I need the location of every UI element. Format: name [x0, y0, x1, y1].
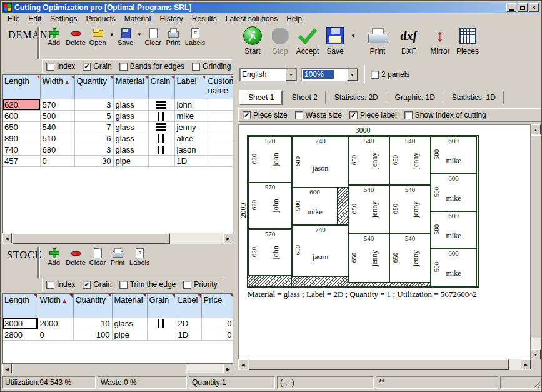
- checkbox-grinding[interactable]: Grinding: [192, 62, 231, 71]
- tab-sheet-2[interactable]: Sheet 2: [284, 91, 325, 104]
- scroll-left-icon[interactable]: ◀: [2, 364, 12, 374]
- cell[interactable]: [148, 133, 174, 144]
- tab-statistics-1d[interactable]: Statistics: 1D: [444, 91, 504, 104]
- start-button[interactable]: Start: [241, 26, 264, 56]
- menu-item-edit[interactable]: Edit: [24, 14, 46, 24]
- cell[interactable]: 510: [40, 133, 74, 144]
- cell[interactable]: 5: [74, 110, 113, 121]
- cell[interactable]: alice: [174, 133, 206, 144]
- scroll-down-icon[interactable]: ▼: [531, 349, 541, 359]
- cell[interactable]: 620: [3, 99, 40, 110]
- menu-item-history[interactable]: History: [155, 14, 187, 24]
- cell[interactable]: [148, 155, 174, 166]
- cell[interactable]: 457: [3, 155, 40, 166]
- stock-labels-button[interactable]: Labels: [128, 247, 151, 268]
- save-solution-button[interactable]: Save: [323, 26, 347, 56]
- cell[interactable]: 680: [40, 144, 74, 155]
- cell[interactable]: 0: [40, 155, 74, 166]
- checkbox-index[interactable]: Index: [46, 62, 75, 71]
- cell[interactable]: 0: [201, 329, 233, 340]
- cell[interactable]: [206, 144, 233, 155]
- drawing-canvas[interactable]: 3000 2000 570620john570620john570620john…: [238, 124, 541, 370]
- tab-graphic-1d[interactable]: Graphic: 1D: [388, 91, 443, 104]
- cell[interactable]: [148, 144, 174, 155]
- cell[interactable]: [148, 99, 174, 110]
- cell[interactable]: [148, 121, 174, 133]
- cell[interactable]: glass: [113, 99, 148, 110]
- cell[interactable]: 3: [74, 99, 113, 110]
- column-header-grain[interactable]: Grain: [148, 75, 174, 99]
- cell[interactable]: [206, 110, 233, 121]
- demand-hscrollbar[interactable]: ◀ ▶: [2, 233, 233, 244]
- cell[interactable]: 1D: [174, 155, 206, 166]
- column-header-width[interactable]: Width▲: [38, 294, 73, 318]
- cell[interactable]: [148, 110, 174, 121]
- cell[interactable]: 740: [3, 144, 40, 155]
- cell[interactable]: john: [174, 99, 206, 110]
- cell[interactable]: pipe: [113, 155, 148, 166]
- cell[interactable]: 890: [3, 133, 40, 144]
- cell[interactable]: mike: [174, 110, 206, 121]
- checkbox-piece-label[interactable]: ✓Piece label: [349, 111, 397, 119]
- checkbox-priority[interactable]: Priority: [183, 280, 217, 289]
- maximize-button[interactable]: [518, 3, 528, 12]
- demand-labels-button[interactable]: Labels: [184, 27, 206, 48]
- checkbox-show-index-of-cutting[interactable]: Show index of cutting: [404, 111, 486, 119]
- demand-print-button[interactable]: Print: [164, 27, 183, 48]
- column-header-length[interactable]: Length: [3, 75, 40, 99]
- pieces-button[interactable]: Pieces: [456, 26, 479, 56]
- column-header-label[interactable]: Label: [174, 75, 206, 99]
- cell[interactable]: glass: [113, 110, 148, 121]
- demand-open-button[interactable]: Open: [88, 27, 108, 48]
- column-header-material[interactable]: Material: [113, 75, 148, 99]
- cell[interactable]: jenny: [174, 121, 206, 133]
- demand-clear-button[interactable]: Clear: [144, 27, 163, 48]
- cell[interactable]: 2D: [176, 318, 201, 329]
- cell[interactable]: 2800: [3, 329, 38, 340]
- column-header-length[interactable]: Length: [3, 294, 38, 318]
- cell[interactable]: 6: [74, 133, 113, 144]
- column-header-material[interactable]: Material: [112, 294, 147, 318]
- cell[interactable]: glass: [113, 144, 148, 155]
- canvas-hscrollbar[interactable]: ◀ ▶: [238, 359, 531, 370]
- checkbox-grain[interactable]: ✓Grain: [83, 280, 111, 289]
- menu-item-results[interactable]: Results: [188, 14, 221, 24]
- menu-item-material[interactable]: Material: [120, 14, 156, 24]
- column-header-grain[interactable]: Grain: [147, 294, 176, 318]
- column-header-customer-name[interactable]: Customer name: [206, 75, 233, 99]
- stock-clear-button[interactable]: Clear: [88, 247, 107, 268]
- cell[interactable]: 3: [74, 144, 113, 155]
- menu-item-products[interactable]: Products: [81, 14, 119, 24]
- stop-button[interactable]: Stop: [268, 26, 292, 56]
- scroll-right-icon[interactable]: ▶: [223, 364, 233, 374]
- cell[interactable]: 500: [40, 110, 74, 121]
- cell[interactable]: 540: [40, 121, 74, 133]
- stock-print-button[interactable]: Print: [108, 247, 127, 268]
- checkbox-grain[interactable]: ✓Grain: [83, 62, 111, 71]
- menu-item-help[interactable]: Help: [282, 14, 306, 24]
- language-select[interactable]: English ▼: [239, 68, 297, 81]
- tab-sheet-1[interactable]: Sheet 1: [239, 90, 283, 105]
- minimize-button[interactable]: [506, 3, 516, 12]
- scroll-right-icon[interactable]: ▶: [521, 359, 531, 369]
- cell[interactable]: glass: [112, 318, 147, 329]
- cell[interactable]: 30: [74, 155, 113, 166]
- cell[interactable]: glass: [113, 133, 148, 144]
- close-button[interactable]: ×: [529, 3, 539, 12]
- column-header-quantity[interactable]: Quantity: [74, 75, 113, 99]
- scrollbar-thumb[interactable]: [13, 233, 170, 244]
- column-header-width[interactable]: Width▲: [40, 75, 74, 99]
- cell[interactable]: 10: [73, 318, 112, 329]
- cell[interactable]: 1D: [176, 329, 201, 340]
- column-header-price[interactable]: Price: [201, 294, 233, 318]
- chevron-down-icon[interactable]: ▼: [347, 69, 358, 81]
- zoom-select[interactable]: 100% ▼: [301, 68, 358, 81]
- checkbox-piece-size[interactable]: ✓Piece size: [243, 111, 288, 119]
- save-dropdown-arrow[interactable]: ▼: [136, 32, 143, 38]
- cell[interactable]: [147, 318, 176, 329]
- cell[interactable]: pipe: [112, 329, 147, 340]
- menu-item-settings[interactable]: Settings: [46, 14, 81, 24]
- stock-delete-button[interactable]: Delete: [64, 247, 87, 268]
- cell[interactable]: [206, 133, 233, 144]
- cell[interactable]: glass: [113, 121, 148, 133]
